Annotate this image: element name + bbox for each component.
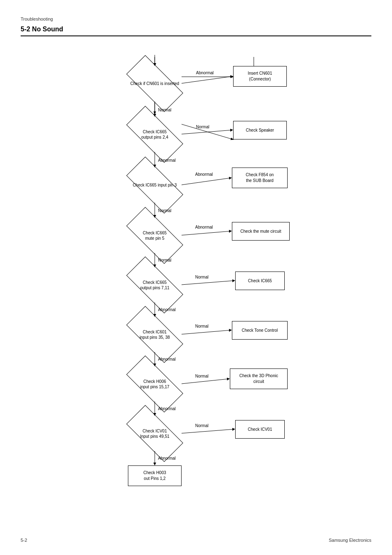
svg-text:Abnormal: Abnormal bbox=[158, 456, 176, 461]
footer-right: Samsung Electronics bbox=[329, 538, 371, 543]
svg-line-24 bbox=[182, 281, 234, 285]
svg-text:Abnormal: Abnormal bbox=[195, 172, 213, 177]
header-label: Troubleshooting bbox=[21, 17, 371, 21]
svg-line-20 bbox=[182, 231, 231, 235]
svg-text:Normal: Normal bbox=[158, 258, 171, 262]
svg-text:Abnormal: Abnormal bbox=[196, 71, 214, 75]
svg-text:Abnormal: Abnormal bbox=[158, 357, 176, 361]
svg-text:Abnormal: Abnormal bbox=[158, 158, 176, 163]
svg-line-32 bbox=[182, 379, 229, 384]
footer: 5-2 Samsung Electronics bbox=[21, 538, 371, 543]
svg-text:Normal: Normal bbox=[195, 324, 208, 328]
section-title: 5-2 No Sound bbox=[21, 26, 371, 36]
svg-text:Normal: Normal bbox=[195, 374, 208, 378]
flowchart: Check if CN601 is inserted Insert CN601(… bbox=[56, 49, 336, 503]
svg-text:Abnormal: Abnormal bbox=[158, 307, 176, 312]
svg-text:Normal: Normal bbox=[195, 423, 208, 428]
svg-line-28 bbox=[182, 330, 231, 334]
svg-line-16 bbox=[182, 178, 231, 185]
svg-text:Abnormal: Abnormal bbox=[158, 406, 176, 411]
svg-line-36 bbox=[182, 429, 234, 433]
svg-line-8 bbox=[182, 76, 232, 83]
svg-text:Abnormal: Abnormal bbox=[195, 225, 213, 229]
flow-lines: Abnormal Normal Normal Abnormal Abnormal… bbox=[56, 49, 336, 503]
footer-left: 5-2 bbox=[21, 538, 27, 543]
svg-text:Normal: Normal bbox=[195, 275, 208, 279]
svg-text:Normal: Normal bbox=[196, 125, 209, 129]
svg-line-12 bbox=[182, 130, 232, 134]
svg-text:Normal: Normal bbox=[158, 108, 171, 112]
svg-text:Normal: Normal bbox=[158, 208, 171, 213]
page: Troubleshooting 5-2 No Sound bbox=[0, 0, 392, 555]
